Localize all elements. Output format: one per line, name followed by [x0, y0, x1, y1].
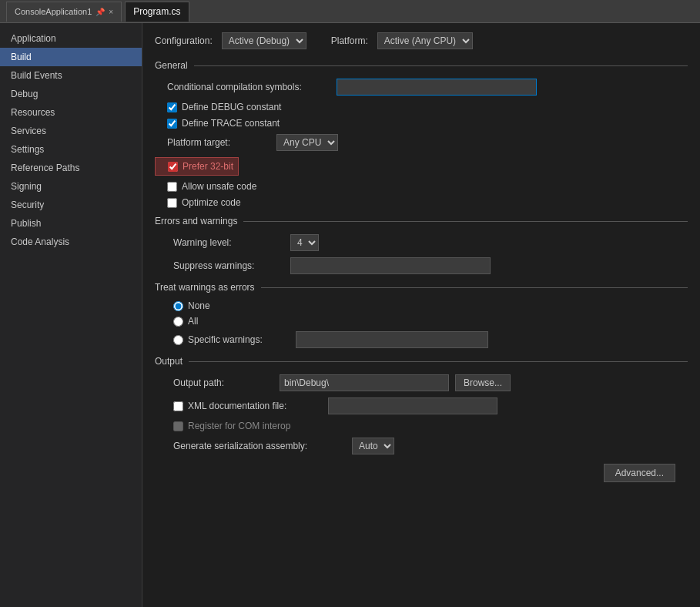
platform-target-label: Platform target:: [167, 137, 267, 148]
warning-level-select[interactable]: 4 0 1 2 3: [290, 234, 319, 251]
sidebar-item-security[interactable]: Security: [0, 196, 142, 214]
warning-level-row: Warning level: 4 0 1 2 3: [155, 234, 688, 251]
optimize-label[interactable]: Optimize code: [182, 197, 241, 208]
file-tab-label: Program.cs: [133, 6, 180, 17]
output-path-row: Output path: Browse...: [155, 374, 688, 391]
project-tab-close[interactable]: ×: [109, 8, 113, 16]
xml-doc-label[interactable]: XML documentation file:: [188, 401, 323, 411]
xml-doc-input[interactable]: [328, 397, 497, 414]
specific-radio[interactable]: [173, 335, 183, 345]
define-debug-row: Define DEBUG constant: [155, 102, 688, 112]
none-radio-label[interactable]: None: [188, 300, 210, 311]
prefer32-row: Prefer 32-bit: [155, 157, 239, 176]
com-interop-label: Register for COM interop: [188, 421, 290, 431]
output-section-header: Output: [155, 356, 688, 367]
sidebar-item-reference-paths[interactable]: Reference Paths: [0, 159, 142, 177]
define-trace-label[interactable]: Define TRACE constant: [182, 118, 280, 129]
platform-label: Platform:: [331, 35, 368, 46]
suppress-warnings-input[interactable]: [290, 257, 491, 274]
sidebar-item-debug[interactable]: Debug: [0, 85, 142, 103]
advanced-row: Advanced...: [155, 464, 688, 482]
specific-label[interactable]: Specific warnings:: [188, 334, 288, 345]
xml-doc-row: XML documentation file:: [155, 397, 688, 414]
suppress-warnings-row: Suppress warnings:: [155, 257, 688, 274]
project-tab-label: ConsoleApplication1: [15, 7, 92, 16]
all-radio-row: All: [155, 316, 688, 327]
errors-section-header: Errors and warnings: [155, 216, 688, 226]
com-interop-row: Register for COM interop: [155, 421, 688, 431]
allow-unsafe-checkbox[interactable]: [167, 182, 177, 192]
file-tab[interactable]: Program.cs: [125, 2, 189, 22]
specific-warnings-row: Specific warnings:: [155, 331, 688, 348]
title-bar: ConsoleApplication1 📌 × Program.cs: [0, 0, 700, 23]
sidebar-item-build-events[interactable]: Build Events: [0, 66, 142, 85]
output-path-label: Output path:: [173, 377, 273, 388]
allow-unsafe-row: Allow unsafe code: [155, 181, 688, 192]
content-area: Configuration: Active (Debug) Debug Rele…: [142, 23, 700, 607]
all-radio[interactable]: [173, 317, 183, 327]
conditional-compilation-row: Conditional compilation symbols:: [155, 79, 688, 96]
com-interop-checkbox: [173, 421, 183, 431]
define-debug-label[interactable]: Define DEBUG constant: [182, 102, 281, 112]
sidebar-item-settings[interactable]: Settings: [0, 140, 142, 159]
specific-warnings-input[interactable]: [296, 331, 488, 348]
conditional-compilation-input[interactable]: [337, 79, 537, 96]
xml-doc-checkbox[interactable]: [173, 401, 183, 411]
sidebar-item-services[interactable]: Services: [0, 122, 142, 140]
suppress-warnings-label: Suppress warnings:: [173, 260, 281, 271]
conditional-compilation-label: Conditional compilation symbols:: [167, 82, 337, 92]
browse-button[interactable]: Browse...: [455, 374, 511, 391]
all-radio-label[interactable]: All: [188, 316, 198, 327]
output-path-input[interactable]: [280, 374, 449, 391]
sidebar-item-signing[interactable]: Signing: [0, 177, 142, 196]
config-select[interactable]: Active (Debug) Debug Release: [222, 32, 306, 49]
warning-level-label: Warning level:: [173, 237, 281, 248]
sidebar-item-build[interactable]: Build: [0, 48, 142, 66]
sidebar-item-resources[interactable]: Resources: [0, 103, 142, 122]
platform-target-row: Platform target: Any CPU x86 x64: [155, 134, 688, 151]
generate-ser-row: Generate serialization assembly: Auto On…: [155, 438, 688, 454]
optimize-checkbox[interactable]: [167, 198, 177, 208]
config-label: Configuration:: [155, 35, 213, 46]
allow-unsafe-label[interactable]: Allow unsafe code: [182, 181, 256, 192]
define-trace-checkbox[interactable]: [167, 119, 177, 129]
sidebar-item-publish[interactable]: Publish: [0, 214, 142, 233]
sidebar-item-code-analysis[interactable]: Code Analysis: [0, 233, 142, 251]
project-tab[interactable]: ConsoleApplication1 📌 ×: [6, 2, 122, 22]
define-trace-row: Define TRACE constant: [155, 118, 688, 129]
treat-warnings-section-header: Treat warnings as errors: [155, 282, 688, 293]
none-radio-row: None: [155, 300, 688, 311]
main-container: Application Build Build Events Debug Res…: [0, 23, 700, 607]
sidebar: Application Build Build Events Debug Res…: [0, 23, 142, 607]
define-debug-checkbox[interactable]: [167, 102, 177, 112]
prefer32-checkbox[interactable]: [168, 162, 178, 172]
sidebar-item-application[interactable]: Application: [0, 29, 142, 48]
platform-select[interactable]: Active (Any CPU) Any CPU x86 x64: [377, 32, 473, 49]
advanced-button[interactable]: Advanced...: [604, 464, 675, 482]
optimize-row: Optimize code: [155, 197, 688, 208]
platform-target-select[interactable]: Any CPU x86 x64: [276, 134, 338, 151]
generate-ser-label: Generate serialization assembly:: [173, 441, 343, 451]
config-row: Configuration: Active (Debug) Debug Rele…: [155, 32, 688, 49]
prefer32-label[interactable]: Prefer 32-bit: [183, 161, 233, 172]
generate-ser-select[interactable]: Auto On Off: [352, 438, 394, 454]
project-tab-pin: 📌: [95, 8, 105, 16]
general-section-header: General: [155, 60, 688, 71]
none-radio[interactable]: [173, 301, 183, 311]
